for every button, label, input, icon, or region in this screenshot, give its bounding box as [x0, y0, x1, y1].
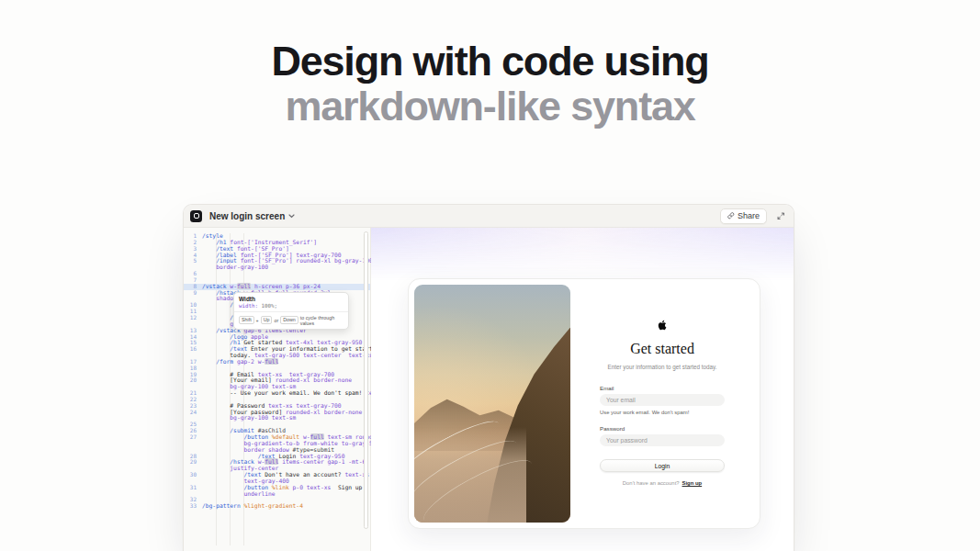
maximize-icon: [777, 212, 785, 220]
code-token: items-center gap-1 -mt-6: [278, 458, 366, 465]
window-titlebar: New login screen Share: [184, 205, 794, 228]
line-number: 9: [184, 290, 202, 297]
signup-link[interactable]: Sign up: [682, 480, 703, 486]
line-number: 30: [184, 472, 202, 478]
line-number: 29: [184, 459, 202, 466]
hint-suffix: to cycle through values: [300, 315, 344, 326]
email-label: Email: [600, 385, 725, 391]
line-number: 16: [184, 346, 202, 353]
code-token: Sign up: [338, 484, 363, 490]
code-text: -- Use your work email. We don't spam! t…: [202, 390, 390, 397]
window-content: 1/style2 /h1 font-['Instrument_Serif']3 …: [184, 228, 794, 551]
code-line[interactable]: 33/bg-pattern %light-gradient-4: [184, 503, 370, 510]
code-token: %light-gradient-4: [244, 502, 303, 509]
code-line[interactable]: 21 -- Use your work email. We don't spam…: [184, 390, 370, 397]
code-token: full: [265, 358, 278, 365]
password-label: Password: [600, 425, 725, 432]
code-line[interactable]: border-gray-100: [184, 264, 370, 271]
app-logo-icon[interactable]: [190, 210, 202, 222]
code-line[interactable]: underline: [184, 491, 370, 498]
editor-scrollbar[interactable]: [364, 231, 368, 529]
hero-heading: Design with code using markdown-like syn…: [0, 39, 980, 129]
login-title: Get started: [630, 341, 694, 357]
code-token: rounded-xl border-none: [286, 409, 362, 415]
code-text: /form gap-2 w-full: [202, 359, 278, 365]
password-field[interactable]: [600, 434, 725, 446]
app-window: New login screen Share 1/style2 /h1 font…: [183, 204, 794, 551]
coastal-sunset-image: [414, 285, 570, 523]
code-line[interactable]: 6: [184, 271, 370, 277]
bg-pattern-gradient: [371, 228, 794, 281]
code-line[interactable]: 17 /form gap-2 w-full: [184, 359, 370, 365]
line-number: [184, 441, 202, 447]
document-title: New login screen: [209, 211, 285, 221]
email-field[interactable]: [600, 394, 725, 406]
kbd-up: Up: [261, 316, 273, 324]
share-label: Share: [738, 211, 760, 220]
line-number: 27: [184, 434, 202, 441]
document-title-dropdown[interactable]: New login screen: [209, 211, 295, 221]
tooltip-title: Width: [234, 293, 348, 303]
css-property: width:: [239, 303, 258, 309]
chevron-down-icon: [288, 214, 295, 219]
hint-plus: +: [256, 318, 259, 323]
hero-title-line1: Design with code using: [0, 39, 980, 84]
code-text: underline: [202, 491, 276, 498]
code-token: text-gray-500 text-center text-xs: [254, 352, 373, 358]
hero-title-line2: markdown-like syntax: [0, 84, 980, 129]
email-helper-text: Use your work email. We don't spam!: [600, 410, 725, 415]
login-subtitle: Enter your information to get started to…: [608, 364, 717, 370]
css-value: 100%;: [261, 303, 276, 309]
share-button[interactable]: Share: [720, 208, 767, 224]
link-icon: [727, 212, 735, 219]
line-number: 20: [184, 377, 202, 384]
line-number: 24: [184, 410, 202, 416]
signup-row: Don't have an account? Sign up: [623, 480, 702, 486]
preview-panel: Get started Enter your information to ge…: [371, 228, 794, 551]
code-token: -- Use your work email. We don't spam!: [202, 389, 366, 396]
login-form: Get started Enter your information to ge…: [570, 285, 754, 523]
code-text: bg-gray-100 text-sm: [202, 415, 296, 422]
login-button[interactable]: Login: [600, 459, 725, 472]
code-token: bg-gray-100 text-sm: [202, 414, 296, 421]
kbd-down: Down: [280, 316, 299, 324]
code-token: /bg-pattern: [202, 502, 244, 509]
line-number: 33: [184, 503, 202, 510]
code-token: border-gray-100: [202, 264, 268, 270]
code-lines: 1/style2 /h1 font-['Instrument_Serif']3 …: [184, 228, 370, 510]
code-editor-panel[interactable]: 1/style2 /h1 font-['Instrument_Serif']3 …: [184, 228, 371, 551]
apple-logo-icon: [656, 318, 669, 332]
code-token: p-0 text-xs: [293, 484, 338, 490]
maximize-button[interactable]: [774, 209, 787, 222]
login-card: Get started Enter your information to ge…: [408, 278, 760, 529]
hint-or: or: [274, 318, 278, 323]
kbd-shift: Shift: [239, 316, 254, 324]
code-token: /form: [202, 358, 237, 365]
line-number: 5: [184, 258, 202, 264]
code-token: underline: [202, 490, 276, 497]
signup-prompt: Don't have an account?: [623, 480, 680, 486]
line-number: 31: [184, 485, 202, 491]
line-number: 12: [184, 315, 202, 321]
tooltip-hint: Shift + Up or Down to cycle through valu…: [234, 312, 348, 329]
code-text: /bg-pattern %light-gradient-4: [202, 503, 303, 510]
code-text: border-gray-100: [202, 264, 268, 271]
code-token: gap-2 w-: [237, 358, 265, 365]
code-line[interactable]: bg-gray-100 text-sm: [184, 415, 370, 422]
css-hover-tooltip: Width width: 100%; Shift + Up or Down to…: [233, 292, 349, 330]
tooltip-css: width: 100%;: [234, 303, 348, 312]
